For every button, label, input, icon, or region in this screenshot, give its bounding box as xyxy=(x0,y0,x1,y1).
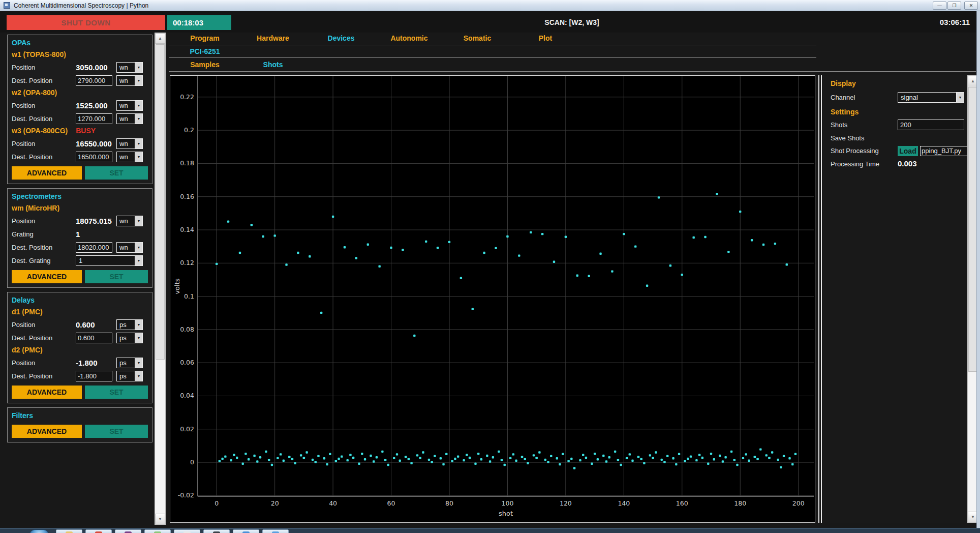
scatter-point xyxy=(457,455,459,457)
chevron-down-icon[interactable]: ▼ xyxy=(135,63,142,72)
device-name: d2 (PMC) xyxy=(12,344,43,356)
chevron-down-icon[interactable]: ▼ xyxy=(135,76,142,85)
units-select[interactable]: wn▼ xyxy=(116,75,143,86)
panel-splitter[interactable] xyxy=(821,75,822,523)
svg-text:120: 120 xyxy=(560,499,572,507)
svg-text:40: 40 xyxy=(329,499,337,507)
title-bar[interactable]: Coherent Multidimensional Spectroscopy |… xyxy=(0,0,980,11)
svg-text:0: 0 xyxy=(215,499,219,507)
axis-spines xyxy=(198,76,814,496)
scrollbar-thumb[interactable] xyxy=(156,44,165,360)
taskbar-button-app-blue-monitor[interactable] xyxy=(233,529,259,533)
top-bar: SHUT DOWN 00:18:03 SCAN: [W2, W3] 03:06:… xyxy=(0,11,980,33)
units-select-value: wn xyxy=(117,115,135,123)
units-select[interactable]: wn▼ xyxy=(116,138,143,149)
device-row: Grating1 xyxy=(12,227,148,241)
scroll-up-arrow-icon[interactable]: ▲ xyxy=(155,33,165,44)
tab-hardware[interactable]: Hardware xyxy=(239,33,307,44)
taskbar-button-app-folder[interactable] xyxy=(56,529,82,533)
dest-grating-select[interactable]: 1▼ xyxy=(76,255,143,266)
dest-position-input[interactable] xyxy=(76,242,112,253)
tab-samples[interactable]: Samples xyxy=(171,59,239,71)
chevron-down-icon[interactable]: ▼ xyxy=(135,139,142,149)
taskbar-button-app-media-red[interactable] xyxy=(85,529,112,533)
chevron-down-icon[interactable]: ▼ xyxy=(135,243,142,252)
chevron-down-icon[interactable]: ▼ xyxy=(135,216,142,226)
units-select-value: ps xyxy=(117,372,135,380)
tab-autonomic[interactable]: Autonomic xyxy=(375,33,443,44)
set-button[interactable]: SET xyxy=(85,270,148,283)
svg-text:60: 60 xyxy=(387,499,395,507)
chevron-down-icon[interactable]: ▼ xyxy=(135,358,142,368)
restore-button[interactable]: ❐ xyxy=(947,2,961,10)
chevron-down-icon[interactable]: ▼ xyxy=(135,101,142,110)
units-select[interactable]: ps▼ xyxy=(116,333,143,343)
row-label: Position xyxy=(12,102,76,109)
dest-position-input[interactable] xyxy=(76,113,112,124)
scatter-point xyxy=(277,457,279,459)
scroll-down-arrow-icon[interactable]: ▼ xyxy=(155,514,165,524)
tab-pci-6251[interactable]: PCI-6251 xyxy=(171,46,239,57)
chevron-down-icon[interactable]: ▼ xyxy=(135,333,142,343)
set-button[interactable]: SET xyxy=(85,425,148,438)
chevron-down-icon[interactable]: ▼ xyxy=(135,256,142,265)
chevron-down-icon[interactable]: ▼ xyxy=(135,152,142,162)
units-select[interactable]: wn▼ xyxy=(116,242,143,253)
device-tab-bar: PCI-6251 xyxy=(171,46,239,57)
scatter-point xyxy=(684,460,686,462)
tab-somatic[interactable]: Somatic xyxy=(443,33,511,44)
units-select[interactable]: ps▼ xyxy=(116,358,143,368)
advanced-button[interactable]: ADVANCED xyxy=(12,386,82,399)
tab-program[interactable]: Program xyxy=(171,33,239,44)
chevron-down-icon[interactable]: ▼ xyxy=(956,93,964,102)
taskbar-button-app-blue-window[interactable] xyxy=(262,529,289,533)
channel-select[interactable]: signal ▼ xyxy=(898,92,964,103)
set-button[interactable]: SET xyxy=(85,386,148,399)
scatter-point xyxy=(698,454,700,456)
scatter-point xyxy=(765,454,768,456)
chevron-down-icon[interactable]: ▼ xyxy=(135,371,142,381)
units-select[interactable]: wn▼ xyxy=(116,113,143,124)
scatter-point xyxy=(611,270,613,272)
dest-position-input[interactable] xyxy=(76,75,112,86)
processing-file-box[interactable]: pping_BJT.py xyxy=(920,146,968,156)
windows-taskbar[interactable] xyxy=(0,528,980,533)
sidebar-scrollbar[interactable]: ▲ ▼ xyxy=(155,33,166,525)
dest-position-input[interactable] xyxy=(76,333,112,343)
taskbar-button-app-green[interactable] xyxy=(144,529,171,533)
taskbar-button-app-dark[interactable] xyxy=(203,529,230,533)
chevron-down-icon[interactable]: ▼ xyxy=(135,320,142,330)
load-button[interactable]: Load xyxy=(898,146,918,156)
units-select[interactable]: wn▼ xyxy=(116,62,143,73)
taskbar-button-app-media-purple[interactable] xyxy=(115,529,141,533)
units-select[interactable]: wn▼ xyxy=(116,152,143,162)
advanced-button[interactable]: ADVANCED xyxy=(12,166,82,180)
units-select[interactable]: ps▼ xyxy=(116,371,143,381)
shots-input[interactable] xyxy=(898,120,964,130)
dest-position-input[interactable] xyxy=(76,371,112,381)
panel-splitter[interactable] xyxy=(818,75,819,523)
units-select[interactable]: wn▼ xyxy=(116,100,143,111)
tab-plot[interactable]: Plot xyxy=(511,33,579,44)
device-name: w2 (OPA-800) xyxy=(12,87,57,99)
tab-devices[interactable]: Devices xyxy=(307,33,375,44)
start-orb-icon[interactable] xyxy=(29,529,49,533)
settings-header: Settings xyxy=(831,108,859,116)
close-button[interactable]: ✕ xyxy=(964,2,978,10)
taskbar-button-app-light[interactable] xyxy=(174,529,200,533)
scatter-point xyxy=(629,453,631,455)
dest-position-input[interactable] xyxy=(76,152,112,162)
tab-shots[interactable]: Shots xyxy=(239,59,307,71)
minimize-button[interactable]: — xyxy=(933,2,946,10)
advanced-button[interactable]: ADVANCED xyxy=(12,425,82,438)
scatter-point xyxy=(567,460,569,462)
scatter-point xyxy=(341,455,343,457)
scatter-point xyxy=(454,458,456,460)
units-select[interactable]: ps▼ xyxy=(116,319,143,330)
set-button[interactable]: SET xyxy=(85,166,148,180)
shutdown-button[interactable]: SHUT DOWN xyxy=(7,15,165,30)
advanced-button[interactable]: ADVANCED xyxy=(12,270,82,283)
chevron-down-icon[interactable]: ▼ xyxy=(135,114,142,124)
shots-plot[interactable]: -0.0200.020.040.060.080.10.120.140.160.1… xyxy=(170,75,815,523)
units-select[interactable]: wn▼ xyxy=(116,216,143,226)
